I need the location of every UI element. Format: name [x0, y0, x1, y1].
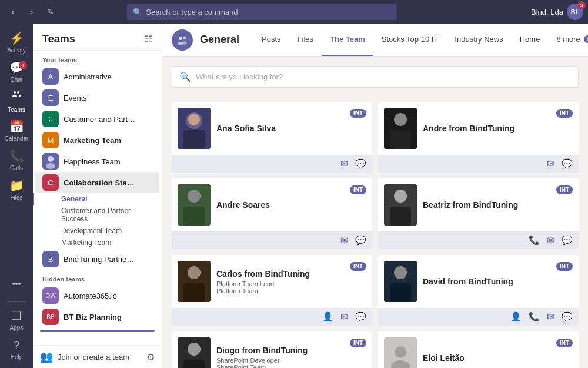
- sidebar-item-files[interactable]: 📁 Files: [2, 175, 31, 204]
- search-input[interactable]: [146, 8, 392, 16]
- left-rail: ⚡ Activity 💬 Chat 1 Teams 📅 Calendar 📞 C…: [0, 24, 33, 368]
- member-info-andre-s: Andre Soares: [216, 200, 344, 210]
- sidebar-item-more[interactable]: •••: [2, 270, 31, 298]
- team-item-events[interactable]: E Events •••: [35, 87, 159, 108]
- team-item-btbiz[interactable]: BB BT Biz Planning •••: [35, 306, 159, 327]
- chat-action-beatriz[interactable]: 💬: [562, 235, 573, 246]
- edit-button[interactable]: ✎: [42, 4, 59, 20]
- member-info-diogo: Diogo from BindTuning SharePoint Develop…: [216, 345, 344, 368]
- sidebar-item-calendar[interactable]: 📅 Calendar: [2, 117, 31, 145]
- team-icon-collab: C: [42, 174, 59, 191]
- member-badge-eloi: INT: [556, 339, 573, 347]
- svg-point-20: [394, 190, 407, 203]
- team-item-admin[interactable]: A Administrative •••: [35, 66, 159, 87]
- member-card-andre-s: Andre Soares INT ✉ 💬: [172, 178, 372, 249]
- svg-rect-21: [390, 207, 411, 226]
- chat-action-ana[interactable]: 💬: [355, 158, 366, 169]
- sidebar-item-calls[interactable]: 📞 Calls: [2, 146, 31, 174]
- chat-action-andre-bt[interactable]: 💬: [562, 158, 573, 169]
- chat-action-david[interactable]: 💬: [562, 311, 573, 322]
- member-card-top-andre-s: Andre Soares INT: [172, 178, 372, 231]
- sub-item-dev-team[interactable]: Development Team: [33, 225, 162, 237]
- member-actions-andre-s: ✉ 💬: [172, 231, 372, 249]
- team-icon-automate: OW: [42, 287, 59, 304]
- team-icon-bindtuning: B: [42, 251, 59, 267]
- member-info-beatriz: Beatriz from BindTuning: [423, 200, 550, 210]
- channel-icon: [172, 29, 193, 51]
- join-team-button[interactable]: 👥 Join or create a team: [40, 350, 129, 363]
- member-team-diogo: SharePoint Team: [216, 364, 344, 368]
- member-badge-andre-s: INT: [350, 185, 366, 194]
- svg-point-1: [48, 156, 54, 162]
- member-name-andre-s: Andre Soares: [216, 200, 270, 210]
- user-action-david[interactable]: 👤: [510, 311, 522, 322]
- email-action-david[interactable]: ✉: [547, 311, 554, 322]
- team-item-customer[interactable]: C Customer and Partner Su... •••: [35, 108, 159, 130]
- join-icon: 👥: [40, 350, 53, 363]
- tab-posts[interactable]: Posts: [253, 24, 289, 56]
- member-name-david: David from BindTuning: [423, 277, 513, 286]
- tab-the-team[interactable]: The Team: [322, 24, 373, 56]
- team-name-marketing: Marketing Team: [64, 136, 135, 145]
- email-action-carlos[interactable]: ✉: [340, 311, 348, 322]
- team-content: 🔍 ‹ All A B C D E F G H I J K: [162, 57, 588, 368]
- sidebar-item-chat[interactable]: 💬 Chat 1: [2, 58, 31, 86]
- tab-files[interactable]: Files: [289, 24, 322, 56]
- svg-point-32: [391, 360, 410, 368]
- svg-rect-24: [183, 283, 205, 302]
- phone-action-david[interactable]: 📞: [529, 311, 540, 322]
- team-icon-marketing: M: [42, 132, 59, 148]
- team-item-bindtuning[interactable]: B BindTuning Partner Cent... •••: [35, 248, 159, 270]
- team-item-automate[interactable]: OW Automate365.io •••: [35, 285, 159, 306]
- avatar[interactable]: BL 3: [567, 4, 583, 20]
- tab-home[interactable]: Home: [512, 24, 549, 56]
- team-name-happiness: Happiness Team: [64, 157, 135, 166]
- member-team-carlos: Platform Team: [216, 287, 344, 294]
- tab-industry-news[interactable]: Industry News: [446, 24, 511, 56]
- sidebar-item-teams[interactable]: Teams: [2, 87, 31, 115]
- email-action-andre-s[interactable]: ✉: [340, 235, 348, 246]
- chat-action-andre-s[interactable]: 💬: [355, 235, 366, 246]
- team-item-collab[interactable]: C Collaboration Starter Kit •••: [35, 172, 159, 193]
- member-card-top-diogo: Diogo from BindTuning SharePoint Develop…: [172, 331, 372, 368]
- join-label: Join or create a team: [58, 353, 129, 362]
- filter-button[interactable]: ☷: [144, 34, 152, 45]
- member-role-diogo: SharePoint Developer: [216, 357, 344, 364]
- member-photo-beatriz: [384, 184, 417, 226]
- sidebar-item-apps[interactable]: ❏ Apps: [2, 306, 31, 334]
- sub-item-marketing-sub[interactable]: Marketing Team: [33, 237, 162, 248]
- team-item-happiness[interactable]: Happiness Team •••: [35, 151, 159, 172]
- chat-badge: 1: [19, 61, 27, 69]
- member-actions-david: 👤 📞 ✉ 💬: [378, 308, 579, 326]
- chat-action-carlos[interactable]: 💬: [355, 311, 366, 322]
- member-card-top-beatriz: Beatriz from BindTuning INT: [378, 178, 579, 231]
- svg-point-29: [188, 343, 201, 356]
- user-action-carlos[interactable]: 👤: [322, 311, 333, 322]
- member-photo-diogo: [178, 337, 211, 368]
- member-info-david: David from BindTuning: [423, 276, 550, 287]
- member-card-top-ana: Ana Sofia Silva INT: [172, 102, 372, 155]
- team-search[interactable]: 🔍: [172, 66, 579, 88]
- sub-item-general[interactable]: General: [33, 193, 162, 205]
- email-action-ana[interactable]: ✉: [340, 158, 348, 169]
- tab-stocks[interactable]: Stocks Top 10 IT: [373, 24, 447, 56]
- back-button[interactable]: ‹: [5, 4, 21, 20]
- sub-item-customer-partner[interactable]: Customer and Partner Success: [33, 205, 162, 225]
- forward-button[interactable]: ›: [24, 4, 40, 20]
- member-actions-ana: ✉ 💬: [172, 155, 372, 173]
- search-bar[interactable]: 🔍: [127, 4, 397, 20]
- email-action-beatriz[interactable]: ✉: [547, 235, 554, 246]
- member-card-andre-bt: Andre from BindTuning INT ✉ 💬: [378, 102, 579, 173]
- user-profile[interactable]: Bind, Lda BL 3: [531, 4, 583, 20]
- team-item-marketing[interactable]: M Marketing Team •••: [35, 130, 159, 151]
- sidebar-item-help[interactable]: ? Help: [2, 335, 31, 363]
- sidebar-item-activity[interactable]: ⚡ Activity: [2, 28, 31, 57]
- settings-button[interactable]: ⚙: [146, 352, 155, 363]
- tab-more[interactable]: 8 more New ⌄: [548, 24, 588, 56]
- svg-point-2: [46, 163, 55, 169]
- svg-rect-12: [183, 130, 205, 149]
- team-search-input[interactable]: [196, 72, 571, 81]
- email-action-andre-bt[interactable]: ✉: [547, 158, 554, 169]
- phone-action-beatriz[interactable]: 📞: [529, 235, 540, 246]
- svg-point-31: [395, 346, 406, 358]
